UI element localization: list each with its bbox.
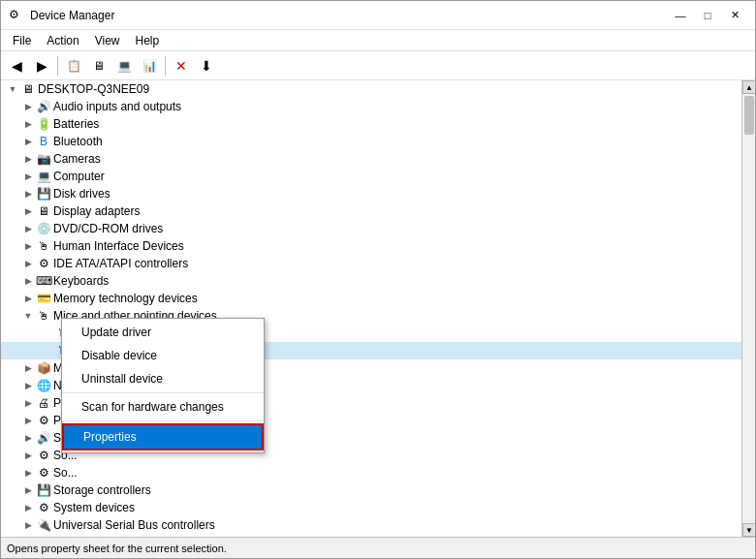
cameras-label: Cameras [53,152,101,166]
pri-expander[interactable]: ▶ [20,395,36,411]
toolbar-properties[interactable]: 📋 [62,55,85,77]
mice-expander[interactable]: ▼ [20,308,36,324]
storage-icon: 💾 [36,482,51,498]
batteries-label: Batteries [53,117,99,131]
context-update-driver[interactable]: Update driver [62,321,264,344]
pro-icon: ⚙ [36,413,51,428]
context-disable-device[interactable]: Disable device [62,344,264,367]
menu-help[interactable]: Help [128,32,168,49]
context-scan-hardware[interactable]: Scan for hardware changes [62,395,264,419]
tree-item-ide[interactable]: ▶ ⚙ IDE ATA/ATAPI controllers [1,255,741,272]
memory-label: Memory technology devices [53,292,198,305]
ide-expander[interactable]: ▶ [20,256,36,271]
so1-expander[interactable]: ▶ [20,430,36,446]
mice-icon: 🖱 [36,308,51,324]
memory-expander[interactable]: ▶ [20,291,36,306]
display-expander[interactable]: ▶ [20,203,36,219]
dvd-expander[interactable]: ▶ [20,221,36,236]
ide-icon: ⚙ [36,256,51,271]
audio-expander[interactable]: ▶ [20,99,36,114]
so2-expander[interactable]: ▶ [20,448,36,463]
hid-expander[interactable]: ▶ [20,238,36,254]
pro-expander[interactable]: ▶ [20,413,36,428]
close-button[interactable]: ✕ [722,6,747,25]
tree-item-keyboards[interactable]: ▶ ⌨ Keyboards [1,272,741,290]
toolbar-delete[interactable]: ✕ [170,55,193,77]
computer-expander[interactable]: ▶ [20,169,36,184]
hid-label: Human Interface Devices [53,239,184,253]
storage-expander[interactable]: ▶ [20,482,36,498]
toolbar-back[interactable]: ◀ [5,55,28,77]
tree-item-system[interactable]: ▶ ⚙ System devices [1,499,741,516]
usb-label: Universal Serial Bus controllers [53,518,215,532]
audio-icon: 🔊 [36,99,51,114]
tree-panel[interactable]: ▼ 🖥 DESKTOP-Q3NEE09 ▶ 🔊 Audio inputs and… [1,80,741,537]
scroll-up-arrow[interactable]: ▲ [742,80,755,94]
menu-file[interactable]: File [5,32,39,49]
tree-item-storage[interactable]: ▶ 💾 Storage controllers [1,481,741,499]
dvd-icon: 💿 [36,221,51,236]
keyboards-icon: ⌨ [36,273,51,289]
tree-item-display[interactable]: ▶ 🖥 Display adapters [1,202,741,220]
keyboards-expander[interactable]: ▶ [20,273,36,289]
disk-expander[interactable]: ▶ [20,186,36,202]
tree-item-bluetooth[interactable]: ▶ B Bluetooth [1,133,741,150]
tree-root[interactable]: ▼ 🖥 DESKTOP-Q3NEE09 [1,80,741,98]
toolbar-scan[interactable]: 📊 [138,55,161,77]
title-bar: ⚙ Device Manager — □ ✕ [1,1,755,30]
ne-icon: 🌐 [36,378,51,393]
tree-item-batteries[interactable]: ▶ 🔋 Batteries [1,115,741,133]
tree-item-computer[interactable]: ▶ 💻 Computer [1,168,741,185]
storage-label: Storage controllers [53,483,151,497]
tree-item-dvd[interactable]: ▶ 💿 DVD/CD-ROM drives [1,220,741,237]
system-expander[interactable]: ▶ [20,500,36,515]
tree-item-hid[interactable]: ▶ 🖱 Human Interface Devices [1,237,741,255]
usb-icon: 🔌 [36,517,51,533]
vertical-scrollbar[interactable]: ▲ ▼ [741,80,755,537]
ne-expander[interactable]: ▶ [20,378,36,393]
toolbar-add[interactable]: ⬇ [195,55,218,77]
context-uninstall-device[interactable]: Uninstall device [62,367,264,390]
scroll-thumb[interactable] [744,96,754,135]
context-properties[interactable]: Properties [62,423,264,450]
so2-icon: ⚙ [36,448,51,463]
context-menu: Update driver Disable device Uninstall d… [61,318,265,453]
toolbar: ◀ ▶ 📋 🖥 💻 📊 ✕ ⬇ [1,51,755,80]
cameras-expander[interactable]: ▶ [20,151,36,167]
mo-expander[interactable]: ▶ [20,360,36,376]
toolbar-forward[interactable]: ▶ [30,55,53,77]
toolbar-update[interactable]: 🖥 [87,55,110,77]
root-expander[interactable]: ▼ [5,81,20,97]
disk-icon: 💾 [36,186,51,202]
cameras-icon: 📷 [36,151,51,167]
so3-label: So... [53,466,78,480]
tree-item-usb[interactable]: ▶ 🔌 Universal Serial Bus controllers [1,516,741,534]
context-sep-1 [62,392,264,393]
menu-view[interactable]: View [87,32,128,49]
status-text: Opens property sheet for the current sel… [7,543,227,554]
so1-icon: 🔊 [36,430,51,446]
title-bar-controls: — □ ✕ [668,6,747,25]
memory-icon: 💳 [36,291,51,306]
main-content: ▼ 🖥 DESKTOP-Q3NEE09 ▶ 🔊 Audio inputs and… [1,80,755,537]
disk-label: Disk drives [53,187,110,201]
menu-bar: File Action View Help [1,30,755,51]
so3-expander[interactable]: ▶ [20,465,36,481]
maximize-button[interactable]: □ [695,6,720,25]
tree-item-cameras[interactable]: ▶ 📷 Cameras [1,150,741,168]
tree-item-disk[interactable]: ▶ 💾 Disk drives [1,185,741,202]
toolbar-uninstall[interactable]: 💻 [112,55,136,77]
menu-action[interactable]: Action [39,32,86,49]
bluetooth-expander[interactable]: ▶ [20,134,36,149]
computer-icon: 💻 [36,169,51,184]
computer-label: Computer [53,170,105,183]
tree-item-so3[interactable]: ▶ ⚙ So... [1,464,741,481]
usb-expander[interactable]: ▶ [20,517,36,533]
system-label: System devices [53,501,135,514]
minimize-button[interactable]: — [668,6,693,25]
tree-item-memory[interactable]: ▶ 💳 Memory technology devices [1,290,741,307]
batteries-expander[interactable]: ▶ [20,116,36,132]
tree-item-audio[interactable]: ▶ 🔊 Audio inputs and outputs [1,98,741,115]
scroll-down-arrow[interactable]: ▼ [742,523,755,537]
window-title: Device Manager [30,9,114,22]
